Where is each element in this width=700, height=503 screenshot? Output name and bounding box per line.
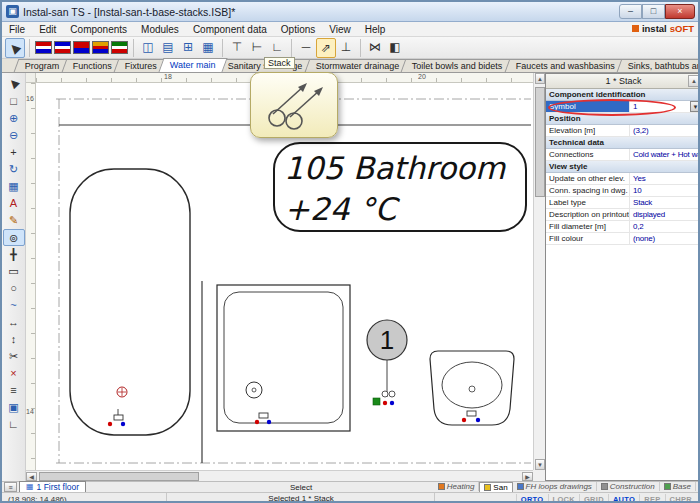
property-value[interactable]: displayed (630, 209, 700, 220)
bathtub-shape[interactable] (70, 169, 190, 435)
menu-bar: File Edit Components Modules Component d… (2, 22, 698, 37)
menu-item-file[interactable]: File (2, 22, 32, 36)
tab-toilet-bowls-and-bidets[interactable]: Toilet bowls and bidets (401, 59, 514, 72)
close-button[interactable]: × (665, 4, 695, 19)
toggle-chpr[interactable]: CHPR (665, 494, 696, 503)
grid-tool-icon[interactable]: ▦ (3, 178, 25, 195)
move-horizontal-tool-icon[interactable]: ↔ (3, 314, 25, 331)
menu-item-components[interactable]: Components (63, 22, 134, 36)
scroll-right-button[interactable]: ▶ (522, 472, 533, 481)
property-value[interactable]: (none) (630, 233, 700, 244)
tab-water-main[interactable]: Water main (158, 58, 227, 72)
select-tool-icon[interactable]: ▶ (5, 38, 25, 58)
horizontal-scroll-thumb[interactable] (39, 472, 199, 481)
toggle-lock[interactable]: LOCK (548, 494, 579, 503)
tab-faucets-and-washbasins[interactable]: Faucets and washbasins (505, 59, 627, 72)
section-view-style: View style (546, 161, 700, 173)
toggle-grid[interactable]: GRID (579, 494, 608, 503)
toggle-rep[interactable]: REP (639, 494, 664, 503)
app-icon: ▣ (6, 5, 19, 18)
angle-tool-icon[interactable]: ∟ (3, 416, 25, 433)
redraw-tool-icon[interactable]: ↻ (3, 161, 25, 178)
scroll-down-button[interactable]: ▼ (535, 459, 545, 470)
pan-tool-icon[interactable]: + (3, 144, 25, 161)
pipe-color-flag-4-icon[interactable] (92, 41, 109, 54)
menu-item-help[interactable]: Help (358, 22, 393, 36)
toggle-auto[interactable]: AUTO (608, 494, 639, 503)
property-value[interactable]: (3,2) (630, 125, 700, 136)
menu-item-options[interactable]: Options (274, 22, 322, 36)
shower-shape[interactable] (217, 285, 350, 431)
pipe-color-flag-5-icon[interactable] (111, 41, 128, 54)
horizontal-scrollbar[interactable]: ◀ ▶ (26, 470, 533, 481)
minimize-button[interactable]: – (619, 4, 642, 19)
sheet-list-button[interactable]: ≡ (4, 482, 17, 492)
tab-san[interactable]: San (479, 482, 512, 492)
vertical-scrollbar[interactable]: ▲ ▼ (533, 73, 545, 470)
room-label[interactable]: 105 Bathroom +24 °C (274, 143, 526, 231)
washbasin-shape[interactable] (430, 351, 514, 425)
select-tool-icon[interactable]: ▶ (3, 76, 25, 93)
scroll-up-button[interactable]: ▲ (535, 73, 545, 84)
property-row-elevation: Elevation [m] (3,2) (546, 125, 700, 137)
symbol-dropdown-button[interactable]: ▼ (690, 101, 700, 112)
menu-item-component-data[interactable]: Component data (186, 22, 274, 36)
property-label: Fill diameter [m] (546, 221, 630, 232)
bathtub-connections[interactable] (108, 409, 125, 426)
panel-scroll-up-button[interactable]: ▲ (688, 75, 700, 87)
room-name-text: 105 Bathroom (284, 150, 506, 186)
connection-icon[interactable]: ⊥ (336, 38, 356, 58)
cut-tool-icon[interactable]: ✂ (3, 348, 25, 365)
property-value[interactable]: Yes (630, 173, 700, 184)
zoom-in-tool-icon[interactable]: ⊕ (3, 110, 25, 127)
delete-tool-icon[interactable]: × (3, 365, 25, 382)
menu-item-edit[interactable]: Edit (32, 22, 63, 36)
pipe-color-flag-2-icon[interactable] (54, 41, 71, 54)
fitting-icon[interactable]: ⋈ (365, 38, 385, 58)
stack-tool-icon[interactable]: ⊚ (3, 229, 25, 246)
menu-item-view[interactable]: View (322, 22, 358, 36)
text-tool-icon[interactable]: A (3, 195, 25, 212)
drawing-type-tabs: Heating San FH loops drawings Constructi… (434, 481, 696, 492)
tab-construction[interactable]: Construction (597, 482, 660, 491)
curve-tool-icon[interactable]: ~ (3, 297, 25, 314)
valve-icon[interactable]: ◧ (385, 38, 405, 58)
stack-symbol[interactable]: 1 (367, 320, 407, 405)
tab-fh-loops-drawings[interactable]: FH loops drawings (513, 482, 597, 491)
move-vertical-tool-icon[interactable]: ↕ (3, 331, 25, 348)
toggle-orto[interactable]: ORTO (516, 494, 548, 503)
property-value[interactable]: 10 (630, 185, 700, 196)
tab-sinks-bathtubs-and-showers[interactable]: Sinks, bathtubs and showers (617, 59, 700, 72)
property-value[interactable]: 0,2 (630, 221, 700, 232)
pencil-tool-icon[interactable]: ✎ (3, 212, 25, 229)
sheet-icon: ▦ (26, 483, 34, 491)
rectangle-tool-icon[interactable]: ▭ (3, 263, 25, 280)
property-value[interactable]: Cold water + Hot water (630, 149, 700, 160)
property-value[interactable]: Stack (630, 197, 700, 208)
scroll-left-button[interactable]: ◀ (26, 472, 37, 481)
pipe-tool-icon[interactable]: ╋ (3, 246, 25, 263)
vertical-scroll-thumb[interactable] (535, 87, 545, 197)
window-icon[interactable]: ◫ (138, 38, 158, 58)
pipe-color-flag-1-icon[interactable] (35, 41, 52, 54)
pipe-color-flag-3-icon[interactable] (73, 41, 90, 54)
washbasin-connections[interactable] (462, 411, 480, 422)
circle-tool-icon[interactable]: ○ (3, 280, 25, 297)
marquee-tool-icon[interactable]: □ (3, 93, 25, 110)
current-selection: Selected 1 * Stack (170, 493, 432, 503)
menu-item-modules[interactable]: Modules (134, 22, 186, 36)
tab-base[interactable]: Base (660, 482, 696, 491)
sheet-tab-first-floor[interactable]: ▦ 1 First floor (19, 481, 86, 492)
cascade-icon[interactable]: ▤ (158, 38, 178, 58)
tab-heating[interactable]: Heating (434, 482, 480, 491)
left-tool-column: ▶ □ ⊕ ⊖ + ↻ ▦ A ✎ ⊚ ╋ ▭ ○ ~ ↔ ↕ ✂ × ≡ ▣ … (2, 73, 26, 481)
zoom-out-tool-icon[interactable]: ⊖ (3, 127, 25, 144)
selection-status: Select Selected 1 * Stack (170, 482, 432, 503)
fh-loops-tab-icon (517, 483, 524, 490)
maximize-button[interactable]: □ (642, 4, 665, 19)
tee-icon[interactable]: ⊤ (227, 38, 247, 58)
tile-icon[interactable]: ⊞ (178, 38, 198, 58)
fill-tool-icon[interactable]: ▣ (3, 399, 25, 416)
layers-tool-icon[interactable]: ≡ (3, 382, 25, 399)
grid-icon[interactable]: ▦ (198, 38, 218, 58)
